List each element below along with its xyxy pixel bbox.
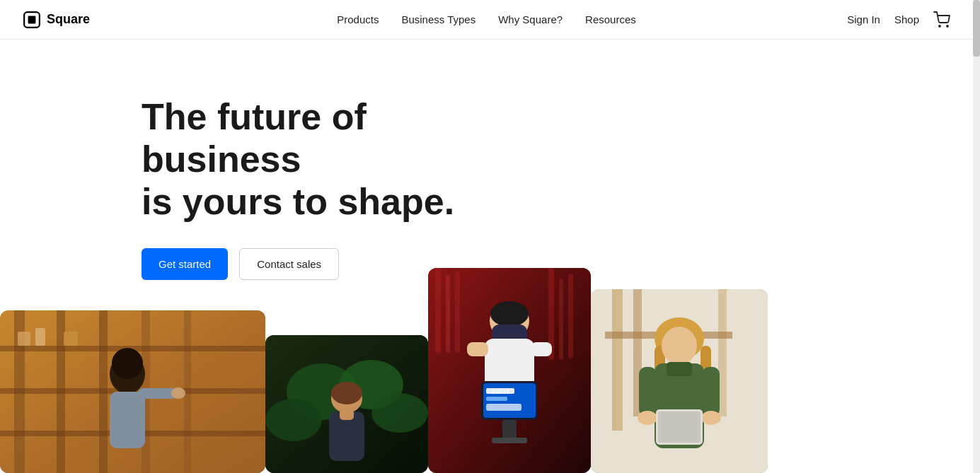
navbar: Square Products Business Types Why Squar… bbox=[0, 0, 973, 40]
nav-link-products[interactable]: Products bbox=[337, 13, 379, 25]
image-man-plants bbox=[265, 335, 428, 473]
nav-center: Products Business Types Why Square? Reso… bbox=[337, 13, 636, 25]
svg-rect-33 bbox=[446, 275, 450, 353]
svg-rect-37 bbox=[568, 274, 573, 358]
svg-point-28 bbox=[331, 382, 362, 404]
image-woman-shelves bbox=[0, 310, 265, 473]
nav-right: Sign In Shop bbox=[847, 11, 950, 28]
hero-title: The future of business is yours to shape… bbox=[142, 96, 495, 223]
square-logo-icon bbox=[23, 11, 41, 29]
svg-rect-54 bbox=[612, 289, 623, 431]
nav-left: Square bbox=[23, 11, 90, 29]
main-content: The future of business is yours to shape… bbox=[0, 40, 980, 473]
svg-rect-69 bbox=[658, 411, 701, 443]
hero-section: The future of business is yours to shape… bbox=[142, 96, 495, 280]
svg-rect-63 bbox=[667, 362, 692, 376]
svg-rect-14 bbox=[18, 332, 30, 346]
logo-text: Square bbox=[47, 12, 90, 27]
svg-rect-1 bbox=[28, 16, 36, 23]
svg-rect-20 bbox=[138, 388, 177, 399]
nav-link-resources[interactable]: Resources bbox=[585, 13, 636, 25]
svg-rect-65 bbox=[702, 367, 720, 416]
image-collage: $45.33 bbox=[0, 254, 980, 473]
svg-rect-48 bbox=[486, 404, 521, 411]
svg-rect-15 bbox=[35, 328, 45, 346]
svg-point-18 bbox=[112, 348, 143, 379]
svg-rect-19 bbox=[110, 392, 145, 448]
svg-point-66 bbox=[638, 411, 657, 425]
svg-rect-30 bbox=[340, 409, 354, 420]
svg-text:$45.33: $45.33 bbox=[492, 389, 509, 395]
cart-icon[interactable] bbox=[933, 11, 950, 28]
nav-link-why-square[interactable]: Why Square? bbox=[498, 13, 563, 25]
logo-link[interactable]: Square bbox=[23, 11, 90, 29]
svg-point-25 bbox=[265, 399, 322, 441]
svg-point-67 bbox=[701, 411, 721, 425]
svg-rect-64 bbox=[639, 367, 657, 416]
svg-rect-16 bbox=[64, 332, 78, 346]
svg-rect-32 bbox=[435, 268, 441, 353]
image-woman-workshop bbox=[591, 289, 768, 473]
svg-rect-43 bbox=[531, 342, 552, 356]
svg-point-2 bbox=[939, 25, 940, 27]
svg-rect-42 bbox=[467, 342, 488, 356]
shop-link[interactable]: Shop bbox=[894, 13, 919, 25]
svg-point-3 bbox=[947, 25, 948, 27]
svg-rect-51 bbox=[492, 438, 527, 443]
svg-point-21 bbox=[171, 387, 185, 399]
svg-point-39 bbox=[490, 301, 529, 327]
svg-rect-36 bbox=[559, 279, 563, 360]
nav-link-business-types[interactable]: Business Types bbox=[401, 13, 475, 25]
image-man-tablet: $45.33 bbox=[428, 268, 591, 473]
svg-rect-34 bbox=[455, 271, 460, 353]
svg-point-26 bbox=[371, 393, 428, 433]
scrollbar-thumb[interactable] bbox=[973, 0, 980, 57]
sign-in-link[interactable]: Sign In bbox=[847, 13, 880, 25]
svg-point-61 bbox=[662, 327, 697, 365]
svg-rect-47 bbox=[486, 397, 507, 401]
scrollbar-track[interactable] bbox=[973, 0, 980, 473]
